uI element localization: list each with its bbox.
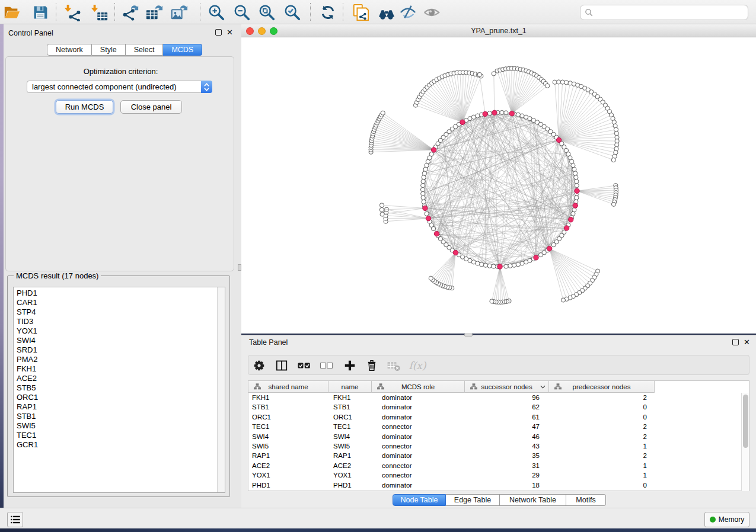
close-table-panel-icon[interactable]: ✕ xyxy=(744,339,750,345)
tab-mcds[interactable]: MCDS xyxy=(163,44,202,56)
show-graphics-button[interactable] xyxy=(422,2,442,22)
mcds-result-item[interactable]: SWI5 xyxy=(17,421,38,431)
mcds-result-item[interactable]: FKH1 xyxy=(17,364,38,374)
column-header-shared-name[interactable]: shared name xyxy=(248,381,328,393)
mcds-list-scrollbar[interactable] xyxy=(217,287,225,492)
table-row[interactable]: PHD1PHD1dominator180 xyxy=(248,480,750,490)
mcds-result-item[interactable]: STB5 xyxy=(17,383,38,393)
tab-network[interactable]: Network xyxy=(47,44,92,56)
column-header-MCDS-role[interactable]: MCDS role xyxy=(372,381,465,393)
table-cell: ACE2 xyxy=(252,461,326,470)
hide-graphics-button[interactable] xyxy=(398,2,418,22)
search-input[interactable] xyxy=(594,8,742,17)
table-row[interactable]: FKH1FKH1dominator962 xyxy=(248,393,750,402)
table-row[interactable]: TEC1TEC1connector472 xyxy=(248,422,750,431)
column-header-successor-nodes[interactable]: successor nodes xyxy=(465,381,549,393)
save-session-button[interactable] xyxy=(30,2,50,22)
column-header-name[interactable]: name xyxy=(328,381,372,393)
table-row[interactable]: SWI4SWI4dominator462 xyxy=(248,432,750,441)
run-mcds-button[interactable]: Run MCDS xyxy=(56,100,113,114)
export-table-button[interactable] xyxy=(144,2,164,22)
network-graph[interactable] xyxy=(241,37,756,334)
memory-button[interactable]: Memory xyxy=(704,512,749,527)
table-row[interactable]: STB1STB1dominator620 xyxy=(248,402,750,412)
table-cell: 35 xyxy=(465,451,544,460)
table-row[interactable]: ACE2ACE2connector311 xyxy=(248,461,750,470)
table-scrollbar-thumb[interactable] xyxy=(743,395,748,448)
close-panel-button[interactable]: Close panel xyxy=(120,100,182,114)
mcds-result-item[interactable]: GCR1 xyxy=(17,440,38,450)
network-window-titlebar: YPA_prune.txt_1 xyxy=(241,24,756,37)
memory-status-icon xyxy=(710,517,716,523)
mcds-result-item[interactable]: ACE2 xyxy=(17,374,38,383)
import-table-button[interactable] xyxy=(90,2,110,22)
zoom-fit-button[interactable] xyxy=(257,2,277,22)
close-panel-icon[interactable]: ✕ xyxy=(227,29,233,36)
table-cell: connector xyxy=(382,422,459,431)
export-network-button[interactable] xyxy=(120,2,141,22)
zoom-selected-button[interactable] xyxy=(282,2,302,22)
tab-select[interactable]: Select xyxy=(126,44,164,56)
mcds-result-item[interactable]: STP4 xyxy=(17,307,38,317)
mcds-result-item[interactable]: ORC1 xyxy=(17,393,38,402)
table-cell: SWI4 xyxy=(333,432,372,441)
tab-edge-table[interactable]: Edge Table xyxy=(446,494,500,506)
create-column-button[interactable] xyxy=(340,356,359,375)
zoom-in-button[interactable] xyxy=(206,2,227,22)
tab-motifs[interactable]: Motifs xyxy=(566,494,606,506)
mcds-result-item[interactable]: TID3 xyxy=(17,317,38,326)
unselect-all-columns-button[interactable] xyxy=(317,356,336,375)
list-icon xyxy=(11,515,20,524)
mcds-result-item[interactable]: STB1 xyxy=(17,412,38,421)
table-settings-button[interactable] xyxy=(250,356,269,375)
export-image-button[interactable] xyxy=(169,2,189,22)
table-cell: 31 xyxy=(465,461,544,470)
mcds-result-item[interactable]: TEC1 xyxy=(17,431,38,440)
tab-node-table[interactable]: Node Table xyxy=(393,494,446,506)
open-file-button[interactable] xyxy=(2,2,22,22)
mcds-result-item[interactable]: YOX1 xyxy=(17,326,38,336)
table-row[interactable]: SWI5SWI5connector431 xyxy=(248,441,750,451)
import-network-button[interactable] xyxy=(63,2,83,22)
float-panel-icon[interactable] xyxy=(215,29,222,36)
search-box[interactable] xyxy=(580,5,748,20)
table-cell: 2 xyxy=(549,432,655,441)
table-row[interactable]: RAP1RAP1dominator352 xyxy=(248,451,750,460)
network-view-window: YPA_prune.txt_1 xyxy=(241,24,756,334)
optimization-dropdown[interactable]: largest connected component (undirected) xyxy=(27,81,212,93)
mcds-result-item[interactable]: SRD1 xyxy=(17,345,38,355)
zoom-out-icon xyxy=(233,4,251,21)
open-folder-icon xyxy=(3,4,21,21)
mcds-result-item[interactable]: PMA2 xyxy=(17,355,38,364)
mcds-result-item[interactable]: RAP1 xyxy=(17,402,38,412)
refresh-button[interactable] xyxy=(318,2,338,22)
table-cell: 61 xyxy=(465,412,544,422)
table-row[interactable]: YOX1YOX1connector291 xyxy=(248,470,750,480)
zoom-out-button[interactable] xyxy=(232,2,252,22)
table-cell: dominator xyxy=(382,451,459,460)
network-canvas[interactable] xyxy=(241,37,756,334)
column-header-predecessor-nodes[interactable]: predecessor nodes xyxy=(549,381,655,393)
tab-style[interactable]: Style xyxy=(92,44,126,56)
attribute-icon xyxy=(554,383,562,390)
show-column-button[interactable] xyxy=(272,356,291,375)
task-history-button[interactable] xyxy=(7,512,23,527)
table-cell: ACE2 xyxy=(333,461,372,470)
fx-icon: f(x) xyxy=(409,360,426,371)
control-panel-header: Control Panel ✕ xyxy=(4,24,238,40)
table-scrollbar[interactable] xyxy=(741,393,749,491)
mcds-result-item[interactable]: SWI4 xyxy=(17,336,38,345)
tab-network-table[interactable]: Network Table xyxy=(500,494,566,506)
select-all-columns-button[interactable] xyxy=(295,356,314,375)
table-toolbar: f(x) xyxy=(248,355,749,375)
delete-column-button[interactable] xyxy=(362,356,381,375)
table-cell: 62 xyxy=(465,402,544,412)
mcds-result-item[interactable]: CAR1 xyxy=(17,298,38,307)
mcds-result-item[interactable]: PHD1 xyxy=(17,289,38,298)
float-table-panel-icon[interactable] xyxy=(732,339,739,345)
horizontal-splitter-handle[interactable] xyxy=(464,334,473,336)
birdseye-button[interactable] xyxy=(377,2,397,22)
table-row[interactable]: ORC1ORC1dominator610 xyxy=(248,412,750,422)
clone-network-button[interactable] xyxy=(350,2,371,22)
table-panel-title: Table Panel xyxy=(249,338,288,347)
